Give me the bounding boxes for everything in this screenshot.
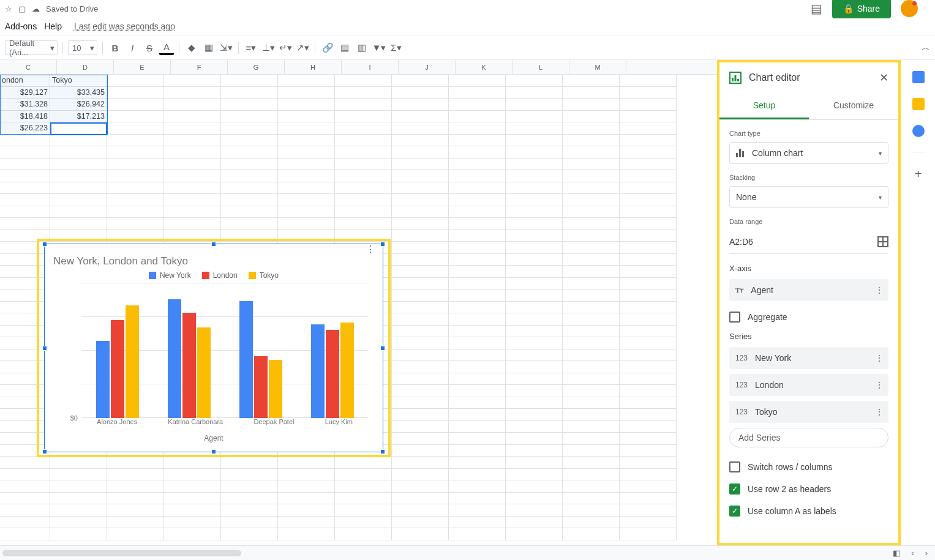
font-size-select[interactable]: 10▾	[68, 40, 97, 55]
cell[interactable]	[620, 385, 677, 397]
cell[interactable]	[506, 111, 563, 123]
cell[interactable]	[563, 493, 620, 505]
cell[interactable]	[392, 457, 449, 469]
cell[interactable]	[506, 206, 563, 218]
chevron-right-icon[interactable]: ›	[925, 548, 928, 558]
cell[interactable]	[563, 254, 620, 266]
cell[interactable]	[221, 457, 278, 469]
cell[interactable]	[221, 87, 278, 99]
cell[interactable]: $28,335	[50, 122, 107, 135]
cell[interactable]	[164, 206, 221, 218]
cell[interactable]	[563, 385, 620, 397]
column-header[interactable]: E	[114, 60, 171, 74]
sheet-area[interactable]: CDEFGHIJKLM ondonTokyo$29,127$33,435$31,…	[0, 60, 717, 545]
cell[interactable]	[449, 75, 506, 87]
cell[interactable]	[620, 409, 677, 421]
cell[interactable]	[164, 170, 221, 182]
cell[interactable]	[0, 493, 50, 505]
cell[interactable]	[0, 326, 50, 338]
column-header[interactable]: I	[342, 60, 399, 74]
cell[interactable]	[335, 206, 392, 218]
chart-object[interactable]: ⋮ New York, London and Tokyo New YorkLon…	[44, 244, 383, 452]
column-header[interactable]: K	[456, 60, 513, 74]
cell[interactable]	[506, 421, 563, 433]
cell[interactable]: $31,328	[0, 99, 50, 111]
cell[interactable]	[392, 182, 449, 195]
cell[interactable]	[50, 480, 107, 493]
cell[interactable]	[107, 146, 164, 159]
cell[interactable]	[392, 528, 449, 540]
cell[interactable]	[392, 218, 449, 230]
cell[interactable]	[620, 504, 677, 517]
comments-icon[interactable]: ▤	[811, 1, 822, 16]
cell[interactable]	[449, 528, 506, 540]
cell[interactable]	[620, 111, 677, 123]
column-header[interactable]: M	[569, 60, 626, 74]
cell[interactable]	[50, 457, 107, 469]
tab-setup[interactable]: Setup	[719, 93, 809, 119]
cell[interactable]	[392, 504, 449, 517]
cell[interactable]	[620, 480, 677, 493]
cell[interactable]	[335, 194, 392, 206]
cell[interactable]	[620, 289, 677, 302]
cell[interactable]	[506, 433, 563, 445]
cell[interactable]	[278, 75, 335, 87]
cell[interactable]	[506, 194, 563, 206]
last-edit[interactable]: Last edit was seconds ago	[74, 21, 175, 31]
cell[interactable]	[506, 480, 563, 493]
cell[interactable]	[506, 135, 563, 147]
cell[interactable]	[164, 146, 221, 159]
cell[interactable]	[449, 504, 506, 517]
cell[interactable]	[449, 349, 506, 362]
cell[interactable]	[563, 326, 620, 338]
cell[interactable]	[449, 122, 506, 135]
cell[interactable]	[563, 111, 620, 123]
cell[interactable]	[335, 87, 392, 99]
cell[interactable]	[620, 242, 677, 254]
series-chip[interactable]: 123Tokyo⋮	[729, 401, 888, 423]
cell[interactable]	[392, 337, 449, 349]
cell[interactable]	[449, 254, 506, 266]
cell[interactable]	[392, 206, 449, 218]
cell[interactable]	[506, 278, 563, 290]
cell[interactable]	[164, 218, 221, 230]
cell[interactable]	[0, 135, 50, 147]
cell[interactable]	[392, 194, 449, 206]
cell[interactable]	[107, 469, 164, 481]
cell[interactable]	[506, 326, 563, 338]
cell[interactable]	[335, 159, 392, 171]
cell[interactable]	[449, 170, 506, 182]
cell[interactable]	[620, 337, 677, 349]
cell[interactable]	[563, 159, 620, 171]
cloud-icon[interactable]: ☁	[32, 4, 40, 13]
cell[interactable]	[506, 337, 563, 349]
cell[interactable]: $26,223	[0, 122, 50, 135]
cell[interactable]	[335, 457, 392, 469]
cell[interactable]	[0, 194, 50, 206]
cell[interactable]	[506, 349, 563, 362]
cell[interactable]	[107, 87, 164, 99]
cell[interactable]	[449, 361, 506, 373]
cell[interactable]	[506, 385, 563, 397]
cell[interactable]	[278, 182, 335, 195]
cell[interactable]	[620, 159, 677, 171]
cell[interactable]	[278, 218, 335, 230]
cell[interactable]	[164, 135, 221, 147]
cell[interactable]	[563, 242, 620, 254]
cell[interactable]	[449, 337, 506, 349]
cell[interactable]	[449, 87, 506, 99]
column-header[interactable]: G	[228, 60, 285, 74]
cell[interactable]	[563, 528, 620, 540]
cell[interactable]	[506, 218, 563, 230]
rotate-button[interactable]: ↗▾	[295, 40, 310, 55]
cell[interactable]	[563, 504, 620, 517]
cell[interactable]	[50, 469, 107, 481]
cell[interactable]	[107, 517, 164, 529]
cell[interactable]	[563, 182, 620, 195]
cell[interactable]	[449, 135, 506, 147]
cell[interactable]	[278, 493, 335, 505]
cell[interactable]	[563, 421, 620, 433]
cell[interactable]	[0, 254, 50, 266]
cell[interactable]	[221, 493, 278, 505]
cell[interactable]	[563, 433, 620, 445]
